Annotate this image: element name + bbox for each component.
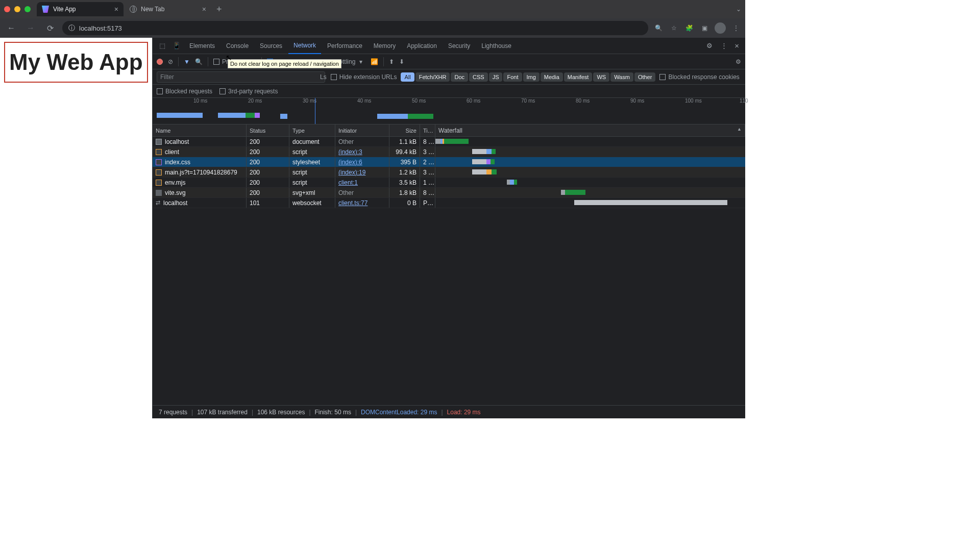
table-row[interactable]: main.js?t=1710941828679200script(index):… <box>153 167 745 178</box>
import-har-icon[interactable]: ⬆ <box>389 58 394 65</box>
tab-console[interactable]: Console <box>221 38 254 54</box>
type-filter-js[interactable]: JS <box>489 72 503 82</box>
network-timeline-overview[interactable]: 10 ms20 ms30 ms40 ms50 ms60 ms70 ms80 ms… <box>153 98 745 124</box>
request-size: 1.2 kB <box>389 167 420 177</box>
col-initiator[interactable]: Initiator <box>335 124 389 136</box>
filter-toggle-icon[interactable]: ▼ <box>184 58 190 65</box>
tab-performance[interactable]: Performance <box>322 38 368 54</box>
hide-extension-urls-checkbox[interactable]: Hide extension URLs <box>331 73 397 81</box>
network-settings-icon[interactable]: ⚙ <box>736 58 741 65</box>
more-vertical-icon[interactable]: ⋮ <box>717 39 730 53</box>
type-filter-ws[interactable]: WS <box>593 72 609 82</box>
side-panel-icon[interactable]: ▣ <box>699 23 709 33</box>
blocked-response-cookies-checkbox[interactable]: Blocked response cookies <box>659 73 739 81</box>
reload-button[interactable]: ⟳ <box>43 21 57 35</box>
third-party-requests-checkbox[interactable]: 3rd-party requests <box>219 88 278 95</box>
back-button[interactable]: ← <box>4 21 18 35</box>
browser-tab-active[interactable]: Vite App × <box>37 2 124 16</box>
type-filter-img[interactable]: Img <box>523 72 540 82</box>
request-time: 3 … <box>420 147 435 157</box>
table-row[interactable]: ⇄localhost101websocketclient.ts:770 BP… <box>153 198 745 208</box>
col-status[interactable]: Status <box>247 124 289 136</box>
zoom-icon[interactable]: 🔍 <box>653 23 664 33</box>
profile-avatar[interactable] <box>715 22 726 34</box>
type-filter-fetchxhr[interactable]: Fetch/XHR <box>415 72 450 82</box>
timeline-tick: 100 ms <box>685 98 702 104</box>
request-name: client <box>165 148 179 156</box>
type-filter-all[interactable]: All <box>401 72 414 82</box>
tab-lighthouse[interactable]: Lighthouse <box>476 38 517 54</box>
network-conditions-icon[interactable]: 📶 <box>371 58 378 65</box>
tab-sources[interactable]: Sources <box>255 38 287 54</box>
tab-network[interactable]: Network <box>288 38 321 54</box>
chevron-down-icon[interactable]: ⌄ <box>736 6 741 13</box>
col-size[interactable]: Size <box>389 124 420 136</box>
request-initiator[interactable]: (index):6 <box>338 159 362 166</box>
request-waterfall <box>435 188 745 197</box>
new-tab-button[interactable]: + <box>212 2 226 17</box>
address-bar[interactable]: ⓘ localhost:5173 <box>62 21 648 35</box>
clear-button[interactable]: ⊘ <box>168 58 173 65</box>
type-filter-other[interactable]: Other <box>634 72 656 82</box>
request-name: vite.svg <box>165 189 186 196</box>
table-row[interactable]: vite.svg200svg+xmlOther1.8 kB8 … <box>153 188 745 198</box>
table-row[interactable]: localhost200documentOther1.1 kB8 … <box>153 137 745 147</box>
request-time: 2 … <box>420 157 435 167</box>
inspect-element-icon[interactable]: ⬚ <box>156 39 169 53</box>
minimize-window-icon[interactable] <box>14 6 20 12</box>
device-toggle-icon[interactable]: 📱 <box>170 39 183 53</box>
close-tab-icon[interactable]: × <box>202 5 206 13</box>
request-initiator[interactable]: client.ts:77 <box>338 199 368 207</box>
vite-favicon-icon <box>42 6 49 13</box>
site-info-icon[interactable]: ⓘ <box>68 23 75 33</box>
type-filter-doc[interactable]: Doc <box>451 72 468 82</box>
type-filter-manifest[interactable]: Manifest <box>564 72 593 82</box>
forward-button[interactable]: → <box>23 21 38 35</box>
close-tab-icon[interactable]: × <box>114 5 118 13</box>
request-type: websocket <box>289 198 335 208</box>
table-row[interactable]: client200script(index):399.4 kB3 … <box>153 147 745 157</box>
bookmark-star-icon[interactable]: ☆ <box>669 23 679 33</box>
timeline-tick: 60 ms <box>467 98 480 104</box>
tab-elements[interactable]: Elements <box>184 38 220 54</box>
close-window-icon[interactable] <box>4 6 10 12</box>
tab-application[interactable]: Application <box>402 38 442 54</box>
network-filter-row-2: Blocked requests 3rd-party requests <box>153 85 745 98</box>
blocked-requests-checkbox[interactable]: Blocked requests <box>157 88 212 95</box>
close-devtools-icon[interactable]: × <box>731 39 742 52</box>
request-type: svg+xml <box>289 188 335 197</box>
extensions-puzzle-icon[interactable]: 🧩 <box>684 23 694 33</box>
type-filter-font[interactable]: Font <box>503 72 522 82</box>
traffic-lights <box>4 6 31 12</box>
col-waterfall[interactable]: Waterfall▲ <box>435 124 745 136</box>
request-status: 200 <box>247 157 289 167</box>
maximize-window-icon[interactable] <box>24 6 31 12</box>
tab-security[interactable]: Security <box>443 38 475 54</box>
type-filter-media[interactable]: Media <box>541 72 563 82</box>
gear-icon[interactable]: ⚙ <box>703 39 716 53</box>
request-initiator[interactable]: (index):19 <box>338 169 365 176</box>
export-har-icon[interactable]: ⬇ <box>399 58 404 65</box>
status-transferred: 107 kB transferred <box>197 409 248 416</box>
menu-dots-icon[interactable]: ⋮ <box>731 23 741 33</box>
status-load: Load: 29 ms <box>447 409 481 416</box>
col-type[interactable]: Type <box>289 124 335 136</box>
chevron-down-icon: ▾ <box>359 58 362 65</box>
type-filter-css[interactable]: CSS <box>469 72 488 82</box>
sort-ascending-icon: ▲ <box>737 127 742 132</box>
record-button[interactable] <box>157 59 163 65</box>
filter-input[interactable] <box>157 71 325 83</box>
col-name[interactable]: Name <box>153 124 247 136</box>
table-row[interactable]: index.css200stylesheet(index):6395 B2 … <box>153 157 745 167</box>
type-filter-wasm[interactable]: Wasm <box>610 72 633 82</box>
timeline-tick: 70 ms <box>521 98 535 104</box>
search-icon[interactable]: 🔍 <box>195 58 203 65</box>
status-requests: 7 requests <box>159 409 187 416</box>
col-time[interactable]: Ti… <box>420 124 435 136</box>
request-initiator[interactable]: client:1 <box>338 179 358 186</box>
request-initiator[interactable]: (index):3 <box>338 148 362 156</box>
tab-memory[interactable]: Memory <box>369 38 401 54</box>
browser-tab[interactable]: New Tab × <box>125 2 211 16</box>
file-type-icon <box>156 139 162 145</box>
table-row[interactable]: env.mjs200scriptclient:13.5 kB1 … <box>153 178 745 188</box>
